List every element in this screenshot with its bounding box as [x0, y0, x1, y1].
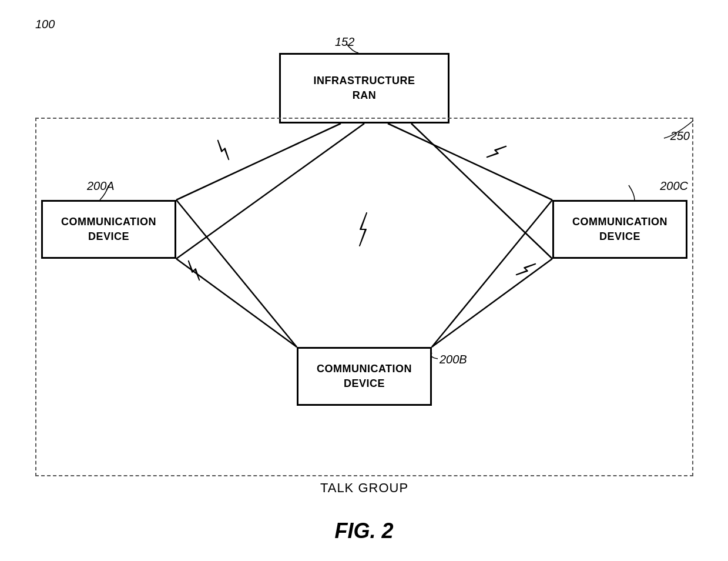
communication-device-a-box: COMMUNICATIONDEVICE — [41, 200, 176, 259]
communication-device-b-box: COMMUNICATIONDEVICE — [297, 347, 432, 406]
device-a-label: COMMUNICATIONDEVICE — [61, 215, 156, 244]
ref-200c-label: 200C — [660, 179, 688, 193]
device-b-label: COMMUNICATIONDEVICE — [317, 362, 412, 391]
figure-number: FIG. 2 — [334, 519, 393, 543]
infrastructure-ran-label: INFRASTRUCTURERAN — [314, 74, 415, 103]
ref-200b-label: 200B — [440, 353, 467, 366]
ref-200a-label: 200A — [87, 179, 115, 193]
diagram-number: 100 — [35, 18, 55, 31]
talk-group-label: TALK GROUP — [320, 480, 408, 496]
communication-device-c-box: COMMUNICATIONDEVICE — [552, 200, 687, 259]
ref-152-label: 152 — [335, 35, 354, 49]
diagram-container: 100 INFRASTRUCTURERAN 152 TALK GROUP 250… — [0, 0, 728, 561]
ref-250-label: 250 — [670, 129, 690, 143]
device-c-label: COMMUNICATIONDEVICE — [572, 215, 667, 244]
infrastructure-ran-box: INFRASTRUCTURERAN — [279, 53, 449, 123]
talk-group-box: TALK GROUP — [35, 118, 693, 476]
